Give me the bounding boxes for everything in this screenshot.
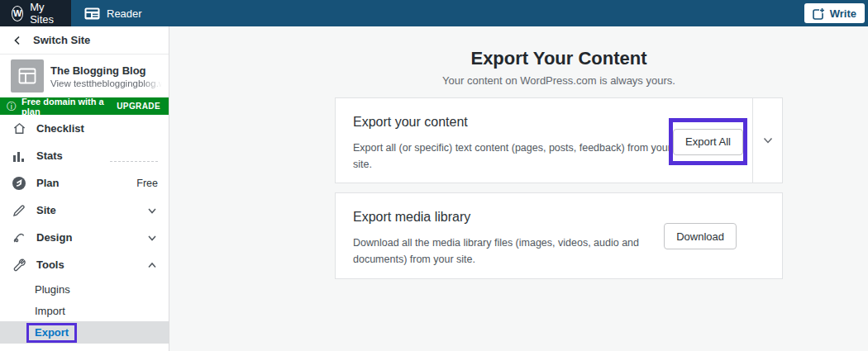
sidebar-item-checklist[interactable]: Checklist bbox=[0, 115, 169, 142]
sidebar-item-site[interactable]: Site bbox=[0, 197, 169, 224]
stats-sparkline bbox=[110, 161, 158, 162]
sidebar-nav: Checklist Stats Plan Free bbox=[0, 115, 169, 344]
sidebar-item-label: Export bbox=[35, 326, 69, 339]
pencil-icon bbox=[12, 203, 26, 218]
my-sites-tab[interactable]: W My Sites bbox=[0, 0, 71, 26]
switch-site-label: Switch Site bbox=[33, 34, 90, 46]
sidebar-item-label: Plan bbox=[36, 177, 59, 189]
page-subtitle: Your content on WordPress.com is always … bbox=[335, 74, 783, 87]
site-thumbnail-icon bbox=[11, 59, 44, 92]
card-title: Export your content bbox=[353, 115, 468, 130]
chevron-left-icon bbox=[12, 35, 23, 46]
export-annotation-box: Export bbox=[26, 323, 77, 343]
site-texts: The Blogging Blog View testthebloggingbl… bbox=[50, 64, 162, 88]
export-media-card: Export media library Download all the me… bbox=[335, 192, 783, 279]
sidebar-item-label: Checklist bbox=[36, 122, 84, 135]
stats-icon bbox=[12, 149, 26, 164]
sidebar-item-plan[interactable]: Plan Free bbox=[0, 169, 169, 197]
sidebar-item-plugins[interactable]: Plugins bbox=[0, 278, 169, 300]
masterbar: W My Sites Reader Write bbox=[0, 0, 868, 26]
export-all-button[interactable]: Export All bbox=[673, 129, 743, 155]
reader-icon bbox=[84, 7, 100, 20]
chevron-down-icon bbox=[146, 232, 158, 244]
wordpress-logo-icon: W bbox=[12, 6, 23, 21]
sidebar-item-label: Tools bbox=[36, 259, 64, 271]
site-url: View testthebloggingblog.wordpress bbox=[50, 78, 162, 88]
site-name: The Blogging Blog bbox=[50, 64, 162, 77]
card-title: Export media library bbox=[353, 210, 470, 225]
sidebar: Switch Site The Blogging Blog View testt… bbox=[0, 26, 169, 351]
design-icon bbox=[12, 230, 26, 245]
info-icon: ⓘ bbox=[7, 102, 17, 111]
chevron-down-icon bbox=[146, 205, 158, 216]
current-site-card[interactable]: The Blogging Blog View testthebloggingbl… bbox=[0, 55, 169, 97]
sidebar-item-label: Import bbox=[35, 305, 65, 317]
write-icon bbox=[813, 7, 825, 20]
download-button[interactable]: Download bbox=[664, 223, 737, 249]
masterbar-spacer bbox=[154, 0, 804, 26]
write-button[interactable]: Write bbox=[804, 3, 865, 23]
sidebar-item-label: Stats bbox=[36, 149, 63, 162]
upgrade-link[interactable]: UPGRADE bbox=[117, 102, 160, 111]
sidebar-item-export[interactable]: Export bbox=[0, 321, 169, 344]
upgrade-banner-text: Free domain with a plan bbox=[21, 97, 112, 116]
plan-icon bbox=[12, 176, 26, 191]
sidebar-item-label: Design bbox=[36, 231, 72, 244]
sidebar-item-stats[interactable]: Stats bbox=[0, 142, 169, 169]
switch-site-button[interactable]: Switch Site bbox=[0, 26, 169, 55]
sidebar-item-tools[interactable]: Tools bbox=[0, 251, 169, 278]
sidebar-item-import[interactable]: Import bbox=[0, 300, 169, 321]
page-title: Export Your Content bbox=[335, 48, 783, 69]
home-icon bbox=[12, 121, 26, 136]
sidebar-item-label: Plugins bbox=[35, 283, 70, 296]
reader-label: Reader bbox=[107, 7, 142, 20]
export-all-annotation-box: Export All bbox=[669, 118, 747, 165]
chevron-down-icon bbox=[761, 134, 775, 147]
card-description: Download all the media library files (im… bbox=[353, 235, 677, 268]
plan-badge: Free bbox=[136, 178, 158, 189]
chevron-up-icon bbox=[146, 259, 158, 271]
card-expander[interactable] bbox=[752, 98, 782, 183]
sidebar-item-design[interactable]: Design bbox=[0, 224, 169, 251]
reader-tab[interactable]: Reader bbox=[73, 0, 154, 26]
tools-icon bbox=[12, 258, 26, 273]
sidebar-item-label: Site bbox=[36, 204, 56, 216]
main-content: Export Your Content Your content on Word… bbox=[169, 26, 868, 351]
export-content-card: Export your content Export all (or speci… bbox=[335, 97, 783, 183]
upgrade-banner[interactable]: ⓘ Free domain with a plan UPGRADE bbox=[0, 97, 169, 115]
write-label: Write bbox=[830, 7, 856, 20]
card-description: Export all (or specific) text content (p… bbox=[353, 140, 677, 173]
my-sites-label: My Sites bbox=[30, 1, 60, 26]
